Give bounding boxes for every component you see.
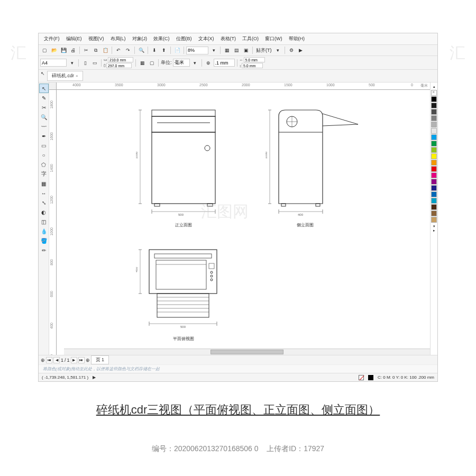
drawing-canvas[interactable]: 1000 500 正立	[57, 90, 430, 355]
polygon-tool-icon[interactable]: ⬠	[39, 160, 49, 169]
document-tab[interactable]: 碎纸机.cdr ×	[47, 71, 83, 81]
palette-scroll-up-icon[interactable]: ▴	[433, 85, 435, 89]
undo-icon[interactable]: ↶	[114, 46, 123, 54]
page-last-icon[interactable]: ⏭	[78, 357, 85, 363]
fill-swatch-icon[interactable]	[359, 375, 364, 380]
outline-swatch-icon[interactable]	[368, 375, 373, 380]
color-swatch[interactable]	[431, 115, 437, 121]
page-add-after-icon[interactable]: ⊕	[86, 358, 90, 363]
crop-tool-icon[interactable]: ✂	[39, 103, 49, 112]
open-icon[interactable]: 📂	[50, 46, 58, 54]
color-swatch[interactable]	[431, 128, 437, 134]
menu-bitmap[interactable]: 位图(B)	[173, 34, 195, 43]
connector-tool-icon[interactable]: ⤡	[39, 198, 49, 207]
snap-label[interactable]: 贴齐(T)	[255, 47, 273, 54]
snap-guide-icon[interactable]: ▤	[232, 46, 241, 54]
menu-table[interactable]: 表格(T)	[217, 34, 240, 43]
launch-icon[interactable]: ▶	[297, 46, 305, 54]
color-swatch[interactable]	[431, 147, 437, 153]
redo-icon[interactable]: ↷	[124, 46, 132, 54]
front-view-drawing[interactable]: 1000 500 正立	[136, 100, 231, 228]
paper-dropdown-icon[interactable]: ▾	[68, 59, 76, 67]
dimension-tool-icon[interactable]: ↔	[39, 188, 49, 198]
color-swatch[interactable]	[431, 217, 437, 223]
outline-tool-icon[interactable]: ✏	[39, 245, 49, 255]
tab-close-icon[interactable]: ×	[76, 74, 78, 78]
menu-text[interactable]: 文本(X)	[195, 34, 217, 43]
freehand-tool-icon[interactable]: 〰	[39, 122, 49, 131]
page-width-input[interactable]	[108, 57, 133, 62]
save-icon[interactable]: 💾	[59, 46, 68, 54]
ruler-vertical[interactable]: 180016001400120010008006004002000	[49, 90, 57, 355]
current-page-icon[interactable]: ▢	[148, 59, 156, 67]
color-swatch[interactable]	[431, 109, 437, 115]
snap-obj-icon[interactable]: ▣	[242, 46, 250, 54]
color-swatch[interactable]	[431, 172, 437, 178]
table-tool-icon[interactable]: ▦	[39, 179, 49, 188]
snap-dropdown-icon[interactable]: ▾	[274, 46, 282, 54]
eyedropper-icon[interactable]: 💧	[39, 226, 49, 236]
menu-tools[interactable]: 工具(O)	[239, 34, 262, 43]
page-tab[interactable]: 页 1	[91, 355, 109, 364]
paste-icon[interactable]: 📋	[101, 46, 109, 54]
units-select[interactable]	[173, 59, 190, 67]
dup-y-input[interactable]	[242, 63, 263, 68]
new-icon[interactable]: ▢	[40, 46, 49, 54]
color-swatch[interactable]	[431, 103, 437, 108]
color-swatch[interactable]	[431, 96, 437, 102]
artistic-media-icon[interactable]: ✒	[39, 131, 49, 141]
nudge-input[interactable]	[214, 59, 235, 67]
scrollbar-thumb[interactable]	[210, 350, 283, 354]
all-pages-icon[interactable]: ▦	[138, 59, 147, 67]
ellipse-tool-icon[interactable]: ○	[39, 150, 49, 160]
portrait-icon[interactable]: ▯	[81, 59, 89, 67]
shape-tool-icon[interactable]: ✎	[39, 93, 49, 103]
color-swatch[interactable]	[431, 191, 437, 197]
color-swatch[interactable]	[431, 198, 437, 204]
text-tool-icon[interactable]: 字	[39, 169, 49, 179]
page-add-icon[interactable]: ⊕	[41, 358, 45, 363]
publish-icon[interactable]: 📄	[173, 46, 181, 54]
menu-layout[interactable]: 布局(L)	[107, 34, 129, 43]
menu-window[interactable]: 窗口(W)	[262, 34, 286, 43]
color-swatch[interactable]	[431, 122, 437, 127]
color-swatch[interactable]	[431, 210, 437, 216]
options-icon[interactable]: ⚙	[287, 46, 296, 54]
export-icon[interactable]: ⬆	[160, 46, 168, 54]
search-icon[interactable]: 🔍	[137, 46, 145, 54]
page-prev-icon[interactable]: ◀	[53, 357, 60, 363]
color-swatch[interactable]	[431, 153, 437, 159]
units-dropdown-icon[interactable]: ▾	[191, 59, 199, 67]
zoom-input[interactable]	[186, 47, 208, 54]
menu-view[interactable]: 视图(V)	[85, 34, 107, 43]
rectangle-tool-icon[interactable]: ▭	[39, 141, 49, 150]
menu-object[interactable]: 对象(J)	[129, 34, 151, 43]
pick-tool-icon[interactable]: ↖	[39, 84, 49, 93]
page-first-icon[interactable]: ⏮	[46, 357, 52, 363]
dup-x-input[interactable]	[244, 57, 265, 62]
ruler-horizontal[interactable]: 毫米 40003500300025002000150010005000	[57, 83, 430, 90]
menu-help[interactable]: 帮助(H)	[286, 34, 308, 43]
color-swatch[interactable]	[431, 160, 437, 166]
transparency-icon[interactable]: ◫	[39, 217, 49, 226]
page-height-input[interactable]	[106, 63, 132, 68]
palette-flyout-icon[interactable]: ▸	[433, 228, 435, 233]
horizontal-scrollbar[interactable]	[64, 349, 430, 355]
color-swatch[interactable]	[431, 166, 437, 172]
color-swatch[interactable]	[431, 179, 437, 185]
import-icon[interactable]: ⬇	[150, 46, 159, 54]
page-next-icon[interactable]: ▶	[71, 357, 77, 363]
top-view-drawing[interactable]: 450	[136, 243, 231, 342]
no-color-swatch[interactable]	[431, 90, 437, 96]
copy-icon[interactable]: ⧉	[91, 46, 100, 54]
color-swatch[interactable]	[431, 185, 437, 191]
color-swatch[interactable]	[431, 141, 437, 147]
menu-file[interactable]: 文件(F)	[41, 34, 63, 43]
snap-grid-icon[interactable]: ▦	[223, 46, 231, 54]
menu-edit[interactable]: 编辑(E)	[63, 34, 85, 43]
paper-size-select[interactable]	[40, 59, 67, 67]
color-swatch[interactable]	[431, 204, 437, 210]
print-icon[interactable]: 🖨	[69, 46, 77, 54]
menu-effect[interactable]: 效果(C)	[150, 34, 173, 43]
side-view-drawing[interactable]: 1000 400 侧立面图	[266, 100, 366, 228]
